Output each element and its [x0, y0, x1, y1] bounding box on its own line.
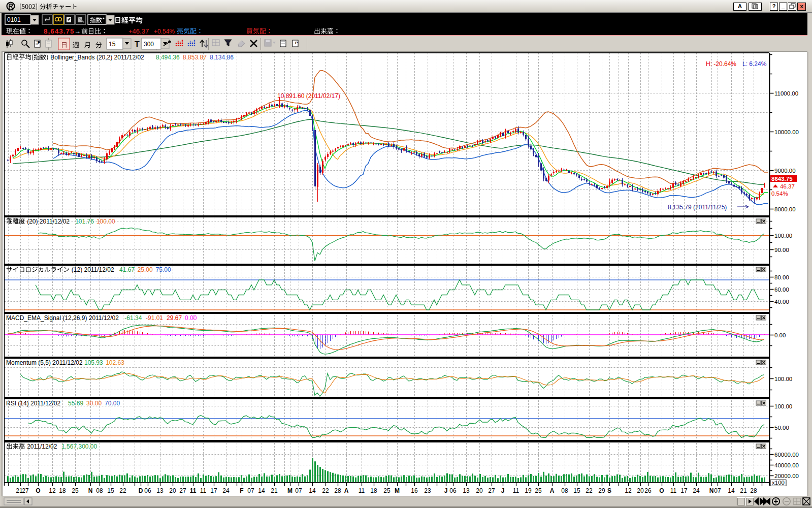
- svg-text:J: J: [444, 487, 448, 494]
- svg-text:MACD_EMA_Signal (12,26,9) 2011: MACD_EMA_Signal (12,26,9) 2011/12/02: [6, 314, 119, 322]
- svg-text:11: 11: [190, 487, 197, 494]
- svg-text:Bollinger_Bands (20,2) 2011/12: Bollinger_Bands (20,2) 2011/12/02: [50, 54, 144, 61]
- svg-text:14: 14: [728, 487, 735, 494]
- svg-text:17: 17: [680, 487, 688, 494]
- svg-text:20: 20: [476, 487, 483, 494]
- svg-text:25: 25: [535, 487, 542, 494]
- svg-text:46.37: 46.37: [780, 183, 795, 189]
- svg-text:18: 18: [59, 487, 66, 494]
- svg-text:19: 19: [525, 487, 532, 494]
- svg-text:60000.00: 60000.00: [774, 452, 799, 458]
- svg-text:11: 11: [513, 487, 519, 494]
- svg-text:06: 06: [144, 487, 151, 494]
- svg-text:J: J: [501, 487, 505, 494]
- svg-text:(12) 2011/12/02: (12) 2011/12/02: [72, 266, 114, 273]
- svg-text:07: 07: [247, 487, 254, 494]
- svg-text:11: 11: [359, 487, 365, 494]
- svg-text:20: 20: [169, 487, 176, 494]
- svg-text:11000.00: 11000.00: [774, 90, 798, 97]
- svg-text:14: 14: [258, 487, 265, 494]
- svg-text:24: 24: [693, 487, 700, 494]
- svg-text:105.93: 105.93: [84, 359, 103, 366]
- svg-text:8,134.86: 8,134.86: [210, 54, 234, 61]
- svg-text:80.00: 80.00: [774, 274, 789, 280]
- svg-text:75.00: 75.00: [156, 266, 171, 273]
- svg-text:27: 27: [179, 487, 186, 494]
- svg-text:x100: x100: [772, 480, 785, 486]
- svg-text:10000.00: 10000.00: [774, 129, 799, 135]
- svg-text:F: F: [240, 487, 243, 494]
- svg-text:08: 08: [96, 487, 103, 494]
- svg-text:15: 15: [107, 487, 114, 494]
- svg-text:28: 28: [750, 487, 757, 494]
- svg-text:Momentum (5,5) 2011/12/02: Momentum (5,5) 2011/12/02: [6, 359, 83, 366]
- svg-text:20000.00: 20000.00: [774, 473, 799, 479]
- svg-text:08: 08: [561, 487, 568, 494]
- svg-text:0.00: 0.00: [185, 314, 197, 322]
- svg-text:0.00: 0.00: [774, 332, 786, 338]
- svg-text:12: 12: [625, 487, 632, 494]
- svg-text:17: 17: [210, 487, 217, 494]
- svg-text:13: 13: [156, 487, 164, 494]
- svg-text:-61.34: -61.34: [124, 314, 142, 322]
- svg-text:(20) 2011/12/02: (20) 2011/12/02: [27, 218, 70, 225]
- svg-text:70.00: 70.00: [105, 400, 120, 407]
- svg-text:22: 22: [586, 487, 593, 494]
- svg-text:28: 28: [334, 487, 341, 494]
- svg-text:25: 25: [383, 487, 391, 494]
- svg-text:27: 27: [22, 487, 29, 494]
- svg-text:55.69: 55.69: [68, 400, 83, 407]
- svg-text:100.00: 100.00: [96, 218, 115, 225]
- svg-text:30.00: 30.00: [86, 400, 102, 407]
- svg-text:26: 26: [644, 487, 652, 494]
- svg-text:24: 24: [222, 487, 230, 494]
- svg-text:N: N: [709, 487, 714, 494]
- svg-text:8,853.87: 8,853.87: [183, 54, 207, 61]
- svg-text:12: 12: [49, 487, 56, 494]
- svg-text:22: 22: [322, 487, 329, 494]
- svg-text:29: 29: [598, 487, 605, 494]
- svg-text:8,135.79 (2011/11/25): 8,135.79 (2011/11/25): [668, 204, 727, 211]
- svg-text:8000.00: 8000.00: [774, 206, 796, 212]
- svg-text:41.67: 41.67: [119, 266, 135, 273]
- svg-text:90.00: 90.00: [774, 247, 789, 253]
- svg-text:06: 06: [449, 487, 457, 494]
- svg-text:11: 11: [200, 487, 207, 494]
- svg-text:10,891.60 (2011/02/17): 10,891.60 (2011/02/17): [277, 92, 340, 100]
- svg-text:O: O: [36, 487, 40, 494]
- svg-text:N: N: [88, 487, 93, 494]
- svg-text:14: 14: [309, 487, 316, 494]
- svg-text:60.00: 60.00: [774, 287, 789, 293]
- svg-text:20: 20: [637, 487, 644, 494]
- svg-text:8,494.36: 8,494.36: [156, 54, 180, 61]
- svg-text:S: S: [607, 487, 611, 494]
- svg-text:RSI (14) 2011/12/02: RSI (14) 2011/12/02: [6, 400, 61, 407]
- svg-text:102.63: 102.63: [106, 359, 124, 366]
- svg-text:27: 27: [488, 487, 495, 494]
- svg-text:O: O: [659, 487, 664, 494]
- svg-text:-91.01: -91.01: [146, 314, 163, 322]
- svg-text:16: 16: [411, 487, 418, 494]
- svg-text:25.00: 25.00: [138, 266, 153, 273]
- svg-text:100.00: 100.00: [774, 233, 792, 239]
- svg-text:M: M: [287, 487, 293, 494]
- svg-text:11: 11: [670, 487, 677, 494]
- svg-text:22: 22: [119, 487, 126, 494]
- svg-text:100.00: 100.00: [774, 376, 792, 382]
- svg-text:21: 21: [271, 487, 278, 494]
- svg-text:8643.75: 8643.75: [771, 176, 793, 182]
- svg-text:18: 18: [370, 487, 377, 494]
- svg-text:15: 15: [573, 487, 580, 494]
- svg-text:07: 07: [295, 487, 302, 494]
- svg-text:1,567,300.00: 1,567,300.00: [61, 443, 97, 450]
- svg-text:13: 13: [463, 487, 470, 494]
- svg-text:9000.00: 9000.00: [774, 168, 796, 174]
- svg-text:40.00: 40.00: [774, 299, 789, 305]
- svg-text:25: 25: [72, 487, 79, 494]
- svg-text:23: 23: [424, 487, 431, 494]
- svg-text:50.00: 50.00: [774, 425, 789, 431]
- svg-text:40000.00: 40000.00: [774, 462, 799, 468]
- svg-text:29.67: 29.67: [167, 314, 182, 322]
- svg-text:M: M: [395, 487, 400, 494]
- svg-text:0.54%: 0.54%: [771, 190, 788, 197]
